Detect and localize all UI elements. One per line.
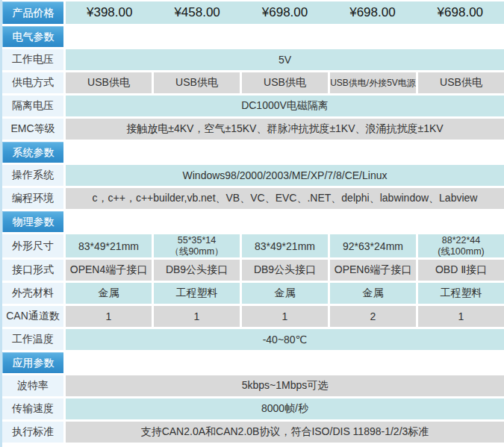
spec-cell: 金属 bbox=[66, 283, 152, 304]
row-label-dimensions: 外形尺寸 bbox=[2, 234, 63, 257]
spec-value-operating-system: Windows98/2000/2003/ME/XP/7/8/CE/Linux bbox=[66, 165, 504, 186]
spec-cell: 1 bbox=[242, 306, 328, 327]
table-row-transfer-speed: 传输速度 8000帧/秒 bbox=[2, 398, 504, 419]
table-row-section-physical: 物理参数 bbox=[2, 211, 504, 232]
section-header-electrical: 电气参数 bbox=[2, 26, 63, 47]
dimension-line1: 88*22*44 bbox=[442, 235, 480, 246]
table-row-section-system: 系统参数 bbox=[2, 142, 504, 163]
section-spacer bbox=[66, 142, 504, 163]
product-spec-table: 产品价格 ¥398.00 ¥458.00 ¥698.00 ¥698.00 ¥69… bbox=[0, 0, 504, 447]
spec-cell: 1 bbox=[418, 306, 504, 327]
section-header-physical: 物理参数 bbox=[2, 211, 63, 232]
table-row-interface-type: 接口形式 OPEN4端子接口 DB9公头接口 DB9公头接口 OPEN6端子接口… bbox=[2, 260, 504, 281]
section-spacer bbox=[66, 26, 504, 47]
dimension-line2: (线100mm) bbox=[438, 246, 485, 257]
row-label-working-temperature: 工作温度 bbox=[2, 329, 63, 350]
spec-cell: OBD Ⅱ接口 bbox=[418, 260, 504, 281]
row-header-product-price: 产品价格 bbox=[2, 1, 63, 24]
spec-cell: 2 bbox=[330, 306, 416, 327]
price-strip: ¥398.00 ¥458.00 ¥698.00 ¥698.00 ¥698.00 bbox=[66, 1, 504, 24]
spec-cell: DB9公头接口 bbox=[154, 260, 240, 281]
section-header-system: 系统参数 bbox=[2, 142, 63, 163]
row-label-standards: 执行标准 bbox=[2, 422, 63, 443]
spec-cell: OPEN4端子接口 bbox=[66, 260, 152, 281]
row-label-operating-system: 操作系统 bbox=[2, 165, 63, 186]
spec-cell: 金属 bbox=[330, 283, 416, 304]
dimension-line2: （线90mm） bbox=[169, 246, 223, 257]
table-row-section-electrical: 电气参数 bbox=[2, 26, 504, 47]
row-label-interface-type: 接口形式 bbox=[2, 260, 63, 281]
row-label-programming-env: 编程环境 bbox=[2, 188, 63, 209]
spec-cell: 工程塑料 bbox=[154, 283, 240, 304]
spec-cell: USB供电 bbox=[66, 72, 152, 93]
table-row-power-supply: 供电方式 USB供电 USB供电 USB供电 USB供电/外接5V电源 USB供… bbox=[2, 72, 504, 93]
row-label-power-supply: 供电方式 bbox=[2, 72, 63, 93]
table-row-can-channels: CAN通道数 1 1 1 2 1 bbox=[2, 306, 504, 327]
price-value-5: ¥698.00 bbox=[417, 5, 504, 20]
price-value-3: ¥698.00 bbox=[241, 5, 329, 20]
spec-value-working-voltage: 5V bbox=[66, 49, 504, 70]
row-label-transfer-speed: 传输速度 bbox=[2, 398, 63, 419]
spec-value-working-temperature: -40~80℃ bbox=[66, 329, 504, 350]
spec-value-emc-grade: 接触放电±4KV，空气±15KV、群脉冲抗扰度±1KV、浪涌抗扰度±1KV bbox=[66, 119, 504, 140]
spec-cell: 金属 bbox=[242, 283, 328, 304]
row-label-isolation-voltage: 隔离电压 bbox=[2, 96, 63, 116]
spec-value-programming-env: c，c++，c++builder,vb.net、VB、VC、EVC、.NET、d… bbox=[66, 188, 504, 209]
spec-cell: USB供电 bbox=[154, 72, 240, 93]
table-row-case-material: 外壳材料 金属 工程塑料 金属 金属 工程塑料 bbox=[2, 283, 504, 304]
table-row-programming-env: 编程环境 c，c++，c++builder,vb.net、VB、VC、EVC、.… bbox=[2, 188, 504, 209]
spec-cell: 1 bbox=[66, 306, 152, 327]
table-row-product-price: 产品价格 ¥398.00 ¥458.00 ¥698.00 ¥698.00 ¥69… bbox=[2, 1, 504, 24]
spec-cell: OPEN6端子接口 bbox=[330, 260, 416, 281]
spec-cell: 88*22*44 (线100mm) bbox=[418, 234, 504, 257]
table-row-standards: 执行标准 支持CAN2.0A和CAN2.0B协议，符合ISO/DIS 11898… bbox=[2, 422, 504, 443]
spec-cell: DB9公头接口 bbox=[242, 260, 328, 281]
spec-cell: USB供电 bbox=[418, 72, 504, 93]
spec-cell: 83*49*21mm bbox=[242, 234, 328, 257]
price-value-2: ¥458.00 bbox=[153, 5, 240, 20]
spec-cell: 55*35*14 （线90mm） bbox=[154, 234, 240, 257]
spec-cell: 工程塑料 bbox=[418, 283, 504, 304]
table-row-emc-grade: EMC等级 接触放电±4KV，空气±15KV、群脉冲抗扰度±1KV、浪涌抗扰度±… bbox=[2, 119, 504, 140]
spec-cell: USB供电/外接5V电源 bbox=[330, 72, 416, 93]
price-value-1: ¥398.00 bbox=[66, 5, 153, 20]
section-spacer bbox=[66, 352, 504, 373]
table-row-isolation-voltage: 隔离电压 DC1000V电磁隔离 bbox=[2, 96, 504, 116]
spec-value-baud-rate: 5kbps~1Mbps可选 bbox=[66, 375, 504, 396]
table-row-section-application: 应用参数 bbox=[2, 352, 504, 373]
row-label-emc-grade: EMC等级 bbox=[2, 119, 63, 140]
row-label-case-material: 外壳材料 bbox=[2, 283, 63, 304]
spec-cell: 1 bbox=[154, 306, 240, 327]
spec-cell: USB供电 bbox=[242, 72, 328, 93]
table-row-operating-system: 操作系统 Windows98/2000/2003/ME/XP/7/8/CE/Li… bbox=[2, 165, 504, 186]
row-label-baud-rate: 波特率 bbox=[2, 375, 63, 396]
spec-value-isolation-voltage: DC1000V电磁隔离 bbox=[66, 96, 504, 116]
spec-cell: 92*63*24mm bbox=[330, 234, 416, 257]
dimension-line1: 55*35*14 bbox=[178, 235, 216, 246]
spec-value-transfer-speed: 8000帧/秒 bbox=[66, 398, 504, 419]
table-row-working-temperature: 工作温度 -40~80℃ bbox=[2, 329, 504, 350]
spec-cell: 83*49*21mm bbox=[66, 234, 152, 257]
row-label-can-channels: CAN通道数 bbox=[2, 306, 63, 327]
section-spacer bbox=[66, 211, 504, 232]
price-value-4: ¥698.00 bbox=[329, 5, 416, 20]
table-row-dimensions: 外形尺寸 83*49*21mm 55*35*14 （线90mm） 83*49*2… bbox=[2, 234, 504, 257]
spec-value-standards: 支持CAN2.0A和CAN2.0B协议，符合ISO/DIS 11898-1/2/… bbox=[66, 422, 504, 443]
table-row-working-voltage: 工作电压 5V bbox=[2, 49, 504, 70]
table-row-baud-rate: 波特率 5kbps~1Mbps可选 bbox=[2, 375, 504, 396]
row-label-working-voltage: 工作电压 bbox=[2, 49, 63, 70]
section-header-application: 应用参数 bbox=[2, 352, 63, 373]
